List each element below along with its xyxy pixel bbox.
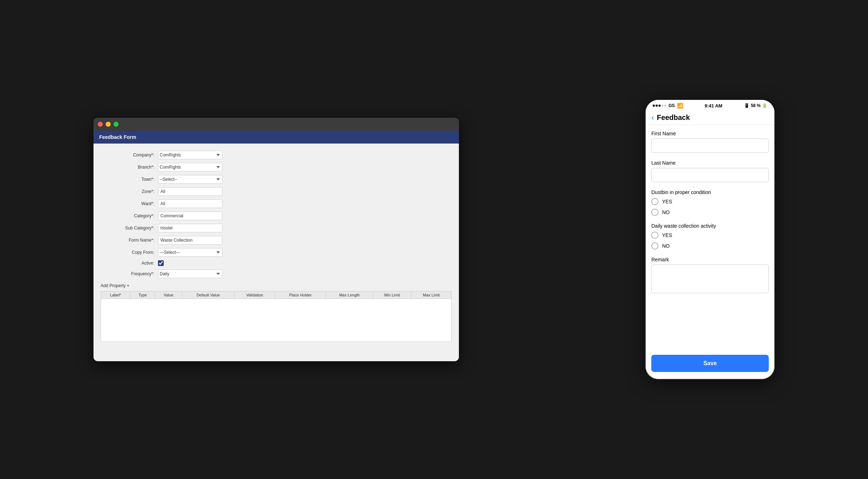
company-label: Company*: [101, 153, 158, 158]
time-display: 9:41 AM [705, 103, 722, 108]
active-checkbox[interactable] [158, 260, 164, 266]
minimize-button[interactable] [106, 122, 111, 127]
town-select[interactable]: --Select-- [158, 175, 222, 184]
col-value: Value [155, 291, 182, 299]
table-scroll-container[interactable]: Label* Type Value Default Value Validati… [101, 290, 452, 342]
maximize-button[interactable] [114, 122, 119, 127]
form-body: Company*: ComRights Branch*: ComRights T… [93, 144, 459, 349]
status-bar: GS 📶 9:41 AM 📱 58 % 🔋 [646, 100, 775, 110]
category-input[interactable] [158, 212, 222, 220]
dustbin-label: Dustbin in proper condition [651, 189, 769, 195]
frequency-select[interactable]: Daily [158, 270, 222, 278]
frequency-row: Frequency*: Daily [93, 270, 459, 278]
formname-label: Form Name*: [101, 238, 158, 243]
remark-textarea[interactable] [651, 265, 769, 293]
col-placeholder: Place Holder [275, 291, 326, 299]
dot-5 [664, 105, 666, 107]
copyfrom-row: Copy From: ---Select--- [93, 248, 459, 257]
branch-select[interactable]: ComRights [158, 163, 222, 171]
col-type: Type [130, 291, 155, 299]
zone-row: Zone*: [93, 187, 459, 196]
property-table-section: Add Property + Label* Type Value Default… [101, 282, 452, 342]
last-name-label: Last Name [651, 160, 769, 166]
zone-input[interactable] [158, 187, 222, 196]
back-button[interactable]: ‹ [651, 114, 654, 122]
close-button[interactable] [98, 122, 103, 127]
ward-label: Ward*: [101, 201, 158, 206]
dot-2 [656, 105, 658, 107]
ward-input[interactable] [158, 199, 222, 208]
daily-waste-yes-option[interactable]: YES [651, 232, 769, 239]
dot-4 [661, 105, 663, 107]
properties-table: Label* Type Value Default Value Validati… [101, 291, 452, 342]
carrier-label: GS [668, 103, 675, 108]
formname-row: Form Name*: [93, 236, 459, 245]
save-button[interactable]: Save [651, 355, 769, 372]
category-row: Category*: [93, 212, 459, 220]
copyfrom-label: Copy From: [101, 250, 158, 255]
first-name-group: First Name [651, 131, 769, 153]
dustbin-no-radio[interactable] [651, 209, 658, 216]
col-validation: Validation [234, 291, 275, 299]
category-label: Category*: [101, 213, 158, 218]
subcategory-label: Sub Category*: [101, 226, 158, 231]
phone-form[interactable]: First Name Last Name Dustbin in proper c… [646, 125, 775, 350]
remark-label: Remark [651, 257, 769, 262]
ward-row: Ward*: [93, 199, 459, 208]
dustbin-group: Dustbin in proper condition YES NO [651, 189, 769, 216]
last-name-group: Last Name [651, 160, 769, 182]
daily-waste-no-label: NO [662, 243, 670, 249]
dustbin-no-option[interactable]: NO [651, 209, 769, 216]
daily-waste-no-option[interactable]: NO [651, 242, 769, 250]
page-title: Feedback [657, 113, 690, 122]
zone-label: Zone*: [101, 189, 158, 194]
bluetooth-icon: 📱 [744, 103, 749, 108]
col-default: Default Value [182, 291, 234, 299]
company-row: Company*: ComRights [93, 151, 459, 159]
mobile-phone: GS 📶 9:41 AM 📱 58 % 🔋 ‹ Feedback First N… [646, 100, 775, 379]
formname-input[interactable] [158, 236, 222, 245]
dot-3 [658, 105, 661, 107]
active-label: Active: [101, 261, 158, 266]
status-right: 📱 58 % 🔋 [744, 103, 767, 108]
form-header: Feedback Form [93, 131, 459, 144]
active-row: Active: [93, 260, 459, 266]
daily-waste-radio-group: YES NO [651, 232, 769, 250]
signal-dots [653, 105, 666, 107]
town-label: Town*: [101, 177, 158, 182]
desktop-window: Feedback Form Company*: ComRights Branch… [93, 118, 459, 361]
save-bar: Save [646, 350, 775, 379]
window-titlebar [93, 118, 459, 131]
daily-waste-yes-radio[interactable] [651, 232, 658, 239]
nav-bar: ‹ Feedback [646, 110, 775, 125]
subcategory-row: Sub Category*: [93, 224, 459, 232]
battery-label: 58 % [751, 103, 761, 108]
daily-waste-group: Daily waste collection activity YES NO [651, 223, 769, 250]
col-maxlength: Max Length [326, 291, 373, 299]
daily-waste-label: Daily waste collection activity [651, 223, 769, 229]
branch-label: Branch*: [101, 165, 158, 170]
daily-waste-no-radio[interactable] [651, 242, 658, 250]
col-minlimit: Min Limit [373, 291, 411, 299]
dustbin-no-label: NO [662, 209, 670, 215]
frequency-label: Frequency*: [101, 271, 158, 276]
copyfrom-select[interactable]: ---Select--- [158, 248, 222, 257]
company-select[interactable]: ComRights [158, 151, 222, 159]
daily-waste-yes-label: YES [662, 232, 672, 238]
first-name-input[interactable] [651, 139, 769, 153]
col-label: Label* [101, 291, 130, 299]
last-name-input[interactable] [651, 168, 769, 182]
wifi-icon: 📶 [677, 103, 683, 108]
col-maxlimit: Max Limit [411, 291, 451, 299]
dustbin-yes-label: YES [662, 199, 672, 204]
dustbin-yes-option[interactable]: YES [651, 198, 769, 205]
status-left: GS 📶 [653, 103, 683, 108]
remark-group: Remark [651, 257, 769, 295]
town-row: Town*: --Select-- [93, 175, 459, 184]
battery-icon: 🔋 [762, 103, 767, 108]
branch-row: Branch*: ComRights [93, 163, 459, 171]
dustbin-radio-group: YES NO [651, 198, 769, 216]
subcategory-input[interactable] [158, 224, 222, 232]
add-property-button[interactable]: Add Property + [101, 282, 129, 290]
dustbin-yes-radio[interactable] [651, 198, 658, 205]
